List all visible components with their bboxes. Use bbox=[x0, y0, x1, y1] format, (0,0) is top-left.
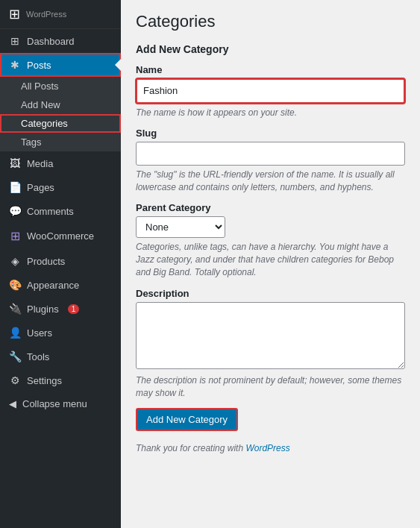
parent-label: Parent Category bbox=[136, 202, 405, 213]
sidebar-label-appearance: Appearance bbox=[27, 280, 79, 291]
woocommerce-icon: ⊞ bbox=[9, 229, 21, 243]
plugins-icon: 🔌 bbox=[9, 303, 21, 315]
sidebar-label-dashboard: Dashboard bbox=[27, 36, 75, 47]
page-title: Categories bbox=[136, 12, 405, 31]
sidebar-item-all-posts[interactable]: All Posts bbox=[0, 77, 121, 95]
main-content: Categories Add New Category Name The nam… bbox=[121, 0, 420, 528]
sidebar-label-posts: Posts bbox=[27, 60, 51, 71]
slug-label: Slug bbox=[136, 128, 405, 139]
sidebar-item-plugins[interactable]: 🔌 Plugins 1 bbox=[0, 297, 121, 321]
parent-select[interactable]: None bbox=[136, 216, 225, 238]
sidebar-item-add-new[interactable]: Add New bbox=[0, 95, 121, 114]
sidebar-label-plugins: Plugins bbox=[27, 304, 59, 315]
description-hint: The description is not prominent by defa… bbox=[136, 374, 405, 400]
plugins-badge: 1 bbox=[68, 304, 80, 314]
slug-hint: The "slug" is the URL-friendly version o… bbox=[136, 169, 405, 194]
description-input[interactable] bbox=[136, 302, 405, 369]
add-category-button[interactable]: Add New Category bbox=[136, 408, 238, 431]
sidebar-label-comments: Comments bbox=[27, 206, 74, 217]
sidebar-label-tools: Tools bbox=[27, 351, 49, 362]
sidebar-item-dashboard[interactable]: ⊞ Dashboard bbox=[0, 29, 121, 53]
settings-icon: ⚙ bbox=[9, 374, 21, 386]
dashboard-icon: ⊞ bbox=[9, 35, 21, 47]
name-field: Name The name is how it appears on your … bbox=[136, 64, 405, 119]
products-icon: ◈ bbox=[9, 255, 21, 267]
tools-icon: 🔧 bbox=[9, 351, 21, 362]
comments-icon: 💬 bbox=[9, 205, 21, 217]
description-label: Description bbox=[136, 288, 405, 299]
sidebar-label-woocommerce: WooCommerce bbox=[27, 230, 94, 242]
description-field: Description The description is not promi… bbox=[136, 288, 405, 400]
add-category-form: Add New Category Name The name is how it… bbox=[136, 43, 405, 453]
collapse-menu-button[interactable]: ◀ Collapse menu bbox=[0, 392, 121, 415]
thank-you-text: Thank you for creating with WordPress bbox=[136, 443, 405, 453]
name-input[interactable] bbox=[136, 78, 405, 104]
sidebar-label-products: Products bbox=[27, 256, 65, 267]
wordpress-link[interactable]: WordPress bbox=[245, 443, 289, 453]
posts-arrow bbox=[115, 59, 121, 71]
sidebar-item-tags[interactable]: Tags bbox=[0, 133, 121, 151]
sidebar-label-pages: Pages bbox=[27, 182, 54, 193]
collapse-label: Collapse menu bbox=[22, 398, 87, 409]
add-new-label: Add New bbox=[21, 99, 60, 110]
appearance-icon: 🎨 bbox=[9, 279, 21, 291]
tags-label: Tags bbox=[21, 136, 41, 148]
posts-submenu: All Posts Add New Categories Tags bbox=[0, 77, 121, 151]
wp-logo-icon: ⊞ bbox=[9, 6, 20, 22]
sidebar-item-pages[interactable]: 📄 Pages bbox=[0, 175, 121, 199]
media-icon: 🖼 bbox=[9, 157, 21, 169]
site-name: WordPress bbox=[26, 10, 66, 19]
sidebar-item-users[interactable]: 👤 Users bbox=[0, 321, 121, 345]
users-icon: 👤 bbox=[9, 327, 21, 339]
all-posts-label: All Posts bbox=[21, 81, 59, 92]
thank-you-prefix: Thank you for creating with bbox=[136, 443, 245, 453]
pages-icon: 📄 bbox=[9, 181, 21, 193]
sidebar-item-posts[interactable]: ✱ Posts bbox=[0, 53, 121, 77]
slug-input[interactable] bbox=[136, 142, 405, 166]
sidebar-item-settings[interactable]: ⚙ Settings bbox=[0, 368, 121, 392]
sidebar-label-users: Users bbox=[27, 327, 52, 339]
sidebar: ⊞ WordPress ⊞ Dashboard ✱ Posts All Post… bbox=[0, 0, 121, 528]
form-title: Add New Category bbox=[136, 43, 405, 55]
parent-category-field: Parent Category None Categories, unlike … bbox=[136, 202, 405, 278]
sidebar-item-tools[interactable]: 🔧 Tools bbox=[0, 345, 121, 368]
sidebar-logo: ⊞ WordPress bbox=[0, 0, 121, 29]
sidebar-label-settings: Settings bbox=[27, 375, 62, 386]
sidebar-item-media[interactable]: 🖼 Media bbox=[0, 151, 121, 175]
categories-label: Categories bbox=[21, 118, 68, 129]
parent-hint: Categories, unlike tags, can have a hier… bbox=[136, 241, 405, 278]
name-hint: The name is how it appears on your site. bbox=[136, 107, 405, 119]
sidebar-item-woocommerce[interactable]: ⊞ WooCommerce bbox=[0, 223, 121, 249]
collapse-icon: ◀ bbox=[9, 398, 16, 409]
sidebar-item-products[interactable]: ◈ Products bbox=[0, 249, 121, 273]
sidebar-label-media: Media bbox=[27, 158, 53, 169]
posts-icon: ✱ bbox=[9, 59, 21, 71]
slug-field: Slug The "slug" is the URL-friendly vers… bbox=[136, 128, 405, 193]
sidebar-item-categories[interactable]: Categories bbox=[0, 114, 121, 133]
name-label: Name bbox=[136, 64, 405, 75]
sidebar-item-appearance[interactable]: 🎨 Appearance bbox=[0, 273, 121, 297]
sidebar-item-comments[interactable]: 💬 Comments bbox=[0, 199, 121, 223]
